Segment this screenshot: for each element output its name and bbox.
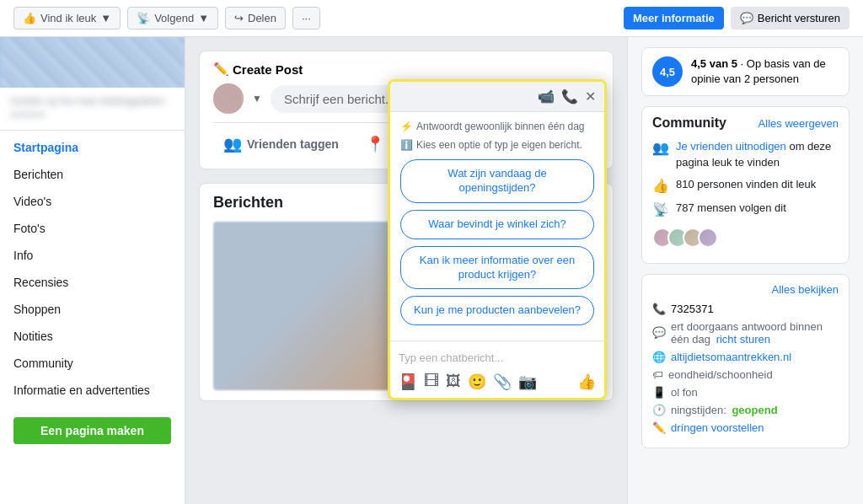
top-bar-left: 👍 Vind ik leuk ▼ 📡 Volgend ▼ ↪ Delen ··· — [13, 7, 320, 29]
community-invite-item: 👥 Je vrienden uitnodigen om deze pagina … — [652, 139, 839, 169]
phone-value: 7325371 — [671, 303, 714, 315]
pencil-icon: ✏️ — [213, 62, 229, 77]
nav-item-shoppen[interactable]: Shoppen — [0, 296, 185, 323]
like-button[interactable]: 👍 Vind ik leuk ▼ — [13, 7, 121, 29]
profile-name: houtten op fun haar kledingpakken ••••••… — [10, 94, 174, 123]
phone2-value: ol fon — [671, 386, 698, 399]
nav-item-informatie[interactable]: Informatie en advertenties — [0, 377, 185, 404]
info-hours: 🕐 ningstijden: geopend — [652, 404, 839, 416]
create-page-button[interactable]: Een pagina maken — [13, 417, 171, 444]
rss-icon: 📡 — [137, 12, 150, 24]
clock-icon: 🕐 — [652, 404, 666, 416]
nav-item-startpagina[interactable]: Startpagina — [0, 134, 185, 161]
ellipsis-icon: ··· — [302, 12, 311, 24]
category-value: eondheid/schoonheid — [668, 368, 773, 381]
community-avatars-item — [652, 224, 839, 248]
avatar-row — [652, 228, 713, 248]
chat-input[interactable]: Typ een chatbericht... — [399, 348, 596, 367]
main-content: houtten op fun haar kledingpakken ••••••… — [0, 37, 863, 504]
nav-item-recensies[interactable]: Recensies — [0, 269, 185, 296]
info-response: 💬 ert doorgaans antwoord binnen één dag … — [652, 320, 839, 346]
friends-icon: 👥 — [652, 140, 669, 156]
chat-option-4[interactable]: Kun je me producten aanbevelen? — [400, 296, 594, 325]
center-feed: ✏️ Create Post ▼ Schrijf een bericht... … — [185, 37, 627, 504]
nav-item-notities[interactable]: Notities — [0, 323, 185, 350]
cover-image — [0, 37, 185, 88]
chat-overlay: 📹 📞 ✕ ⚡ Antwoordt gewoonlijk binnen één … — [388, 79, 607, 400]
chat-option-2[interactable]: Waar bevindt je winkel zich? — [400, 210, 594, 239]
rating-box: 4,5 4,5 van 5 · Op basis van de opinie v… — [641, 47, 850, 96]
share-icon: ↪ — [234, 12, 244, 24]
chat-input-area: Typ een chatbericht... 🎴 🎞 🖼 🙂 📎 📷 👍 — [390, 340, 604, 398]
globe-icon: 🌐 — [652, 351, 666, 363]
send-message-button[interactable]: 💬 Bericht versturen — [731, 7, 850, 29]
rating-text: 4,5 van 5 · Op basis van de opinie van 2… — [691, 56, 839, 87]
rss-icon: 📡 — [652, 201, 669, 217]
chevron-down-icon: ▼ — [198, 12, 209, 24]
community-likes-count: 810 personen vinden dit leuk — [676, 177, 816, 192]
hours-text: ningstijden: geopend — [671, 404, 778, 416]
community-invite-text: Je vrienden uitnodigen om deze pagina le… — [676, 139, 839, 169]
camera-icon[interactable]: 📷 — [518, 373, 537, 391]
profile-info: houtten op fun haar kledingpakken ••••••… — [0, 88, 185, 131]
phone-icon: 📞 — [652, 303, 666, 315]
chat-option-3[interactable]: Kan ik meer informatie over een product … — [400, 246, 594, 290]
nav-item-videos[interactable]: Video's — [0, 188, 185, 215]
attachment-icon[interactable]: 📎 — [493, 373, 512, 391]
tag-friends-button[interactable]: 👥 Vrienden taggen — [213, 130, 349, 158]
info-phone2: 📱 ol fon — [652, 386, 839, 399]
right-sidebar: 4,5 4,5 van 5 · Op basis van de opinie v… — [627, 37, 863, 504]
emoji-input-icon[interactable]: 🙂 — [468, 373, 486, 391]
suggest-icon: ✏️ — [652, 421, 666, 434]
location-icon: 📍 — [366, 135, 384, 153]
top-bar-right: Meer informatie 💬 Bericht versturen — [624, 7, 850, 29]
chat-option-1[interactable]: Wat zijn vandaag de openingstijden? — [400, 159, 594, 203]
like-icon: 👍 — [652, 178, 669, 194]
messenger-icon: 💬 — [740, 12, 753, 24]
hours-status: geopend — [732, 404, 777, 416]
chat-body: ⚡ Antwoordt gewoonlijk binnen één dag ℹ️… — [390, 112, 604, 340]
see-all-link[interactable]: Alles bekijken — [652, 283, 839, 296]
community-section: Community Alles weergeven 👥 Je vrienden … — [641, 106, 850, 263]
chat-input-icons: 🎴 🎞 🖼 🙂 📎 📷 👍 — [399, 367, 596, 391]
nav-item-info[interactable]: Info — [0, 242, 185, 269]
website-link[interactable]: altijdietsomaantrekken.nl — [671, 351, 791, 363]
thumb-up-icon: 👍 — [23, 12, 36, 24]
info-section: Alles bekijken 📞 7325371 💬 ert doorgaans… — [641, 274, 850, 448]
response-text: ert doorgaans antwoord binnen één dag ri… — [671, 320, 839, 346]
info-icon: ⚡ — [400, 121, 413, 132]
category-icon: 🏷 — [652, 368, 663, 381]
top-bar: 👍 Vind ik leuk ▼ 📡 Volgend ▼ ↪ Delen ···… — [0, 0, 863, 37]
sticker-icon[interactable]: 🎴 — [399, 373, 417, 391]
send-icon[interactable]: 👍 — [577, 373, 596, 391]
page-wrapper: 👍 Vind ik leuk ▼ 📡 Volgend ▼ ↪ Delen ···… — [0, 0, 863, 504]
nav-item-berichten[interactable]: Berichten — [0, 161, 185, 188]
more-info-button[interactable]: Meer informatie — [624, 7, 724, 29]
community-title: Community — [652, 115, 726, 131]
nav-item-fotos[interactable]: Foto's — [0, 215, 185, 242]
gif-icon[interactable]: 🎞 — [424, 373, 439, 391]
phone-icon[interactable]: 📞 — [561, 88, 578, 105]
nav-menu: Startpagina Berichten Video's Foto's Inf… — [0, 131, 185, 407]
close-icon[interactable]: ✕ — [585, 88, 596, 105]
community-header: Community Alles weergeven — [652, 115, 839, 131]
info-phone: 📞 7325371 — [652, 303, 839, 315]
image-icon[interactable]: 🖼 — [446, 373, 461, 391]
suggest-link[interactable]: dríngen voorstellen — [671, 421, 764, 434]
more-options-button[interactable]: ··· — [292, 7, 320, 29]
community-likes-item: 👍 810 personen vinden dit leuk — [652, 177, 839, 194]
community-see-all[interactable]: Alles weergeven — [758, 117, 839, 130]
chevron-down-icon-small: ▼ — [252, 93, 262, 105]
info-website: 🌐 altijdietsomaantrekken.nl — [652, 351, 839, 363]
profile-cover — [0, 37, 185, 88]
follow-button[interactable]: 📡 Volgend ▼ — [127, 7, 218, 29]
community-followers-item: 📡 787 mensen volgen dit — [652, 201, 839, 217]
video-icon[interactable]: 📹 — [538, 88, 555, 105]
left-sidebar: houtten op fun haar kledingpakken ••••••… — [0, 37, 185, 504]
nav-item-community[interactable]: Community — [0, 350, 185, 377]
rating-separator: · — [741, 57, 747, 70]
share-button[interactable]: ↪ Delen — [225, 7, 286, 29]
info-circle-icon: ℹ️ — [400, 139, 413, 151]
info-category: 🏷 eondheid/schoonheid — [652, 368, 839, 381]
phone2-icon: 📱 — [652, 386, 666, 399]
